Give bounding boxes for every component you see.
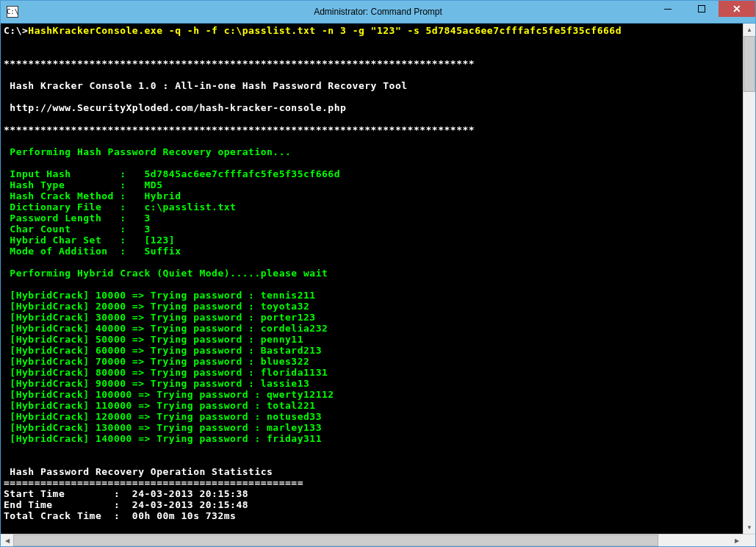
console-output[interactable]: C:\>HashKrackerConsole.exe -q -h -f c:\p… xyxy=(1,24,743,534)
vertical-scrollbar[interactable]: ▲ ▼ xyxy=(743,24,755,534)
app-icon: C:\ xyxy=(7,6,18,18)
scroll-track-vertical[interactable] xyxy=(744,36,755,521)
scroll-right-button[interactable]: ▶ xyxy=(730,535,743,546)
scroll-corner xyxy=(743,535,755,546)
window-controls: ✕ xyxy=(651,1,755,23)
window-title: Administrator: Command Prompt xyxy=(314,7,442,17)
console-area: C:\>HashKrackerConsole.exe -q -h -f c:\p… xyxy=(1,23,755,534)
minimize-button[interactable] xyxy=(651,1,685,17)
maximize-button[interactable] xyxy=(685,1,719,17)
close-button[interactable]: ✕ xyxy=(719,1,755,17)
minimize-icon xyxy=(664,9,672,10)
scroll-thumb-horizontal[interactable] xyxy=(13,535,658,546)
scroll-thumb-vertical[interactable] xyxy=(744,36,755,92)
command-prompt-window: C:\ Administrator: Command Prompt ✕ C:\>… xyxy=(0,0,756,547)
close-icon: ✕ xyxy=(732,3,741,15)
scroll-track-horizontal[interactable] xyxy=(13,535,730,546)
scroll-down-button[interactable]: ▼ xyxy=(744,521,755,534)
scroll-left-button[interactable]: ◀ xyxy=(1,535,13,546)
maximize-icon xyxy=(698,5,705,12)
horizontal-scrollbar[interactable]: ◀ ▶ xyxy=(1,534,755,546)
titlebar[interactable]: C:\ Administrator: Command Prompt ✕ xyxy=(1,1,755,23)
scroll-up-button[interactable]: ▲ xyxy=(744,24,755,36)
